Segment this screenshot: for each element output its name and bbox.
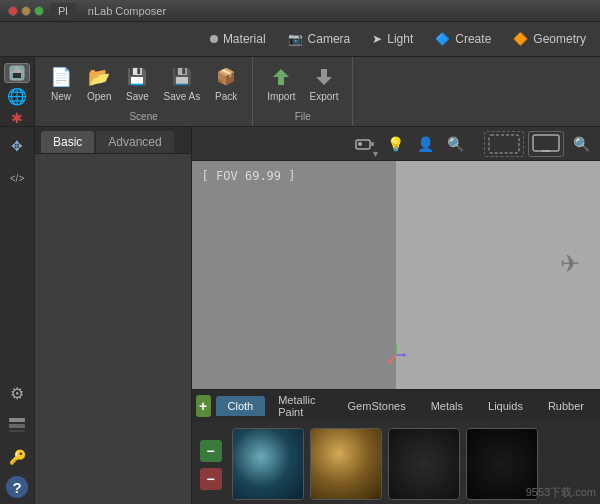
tool-zoom[interactable]: 🔍 xyxy=(568,131,594,157)
left-sidebar: ✥ </> ⚙ 🔑 ? xyxy=(0,127,35,504)
tool-person[interactable]: 👤 xyxy=(412,131,438,157)
create-icon: 🔷 xyxy=(435,32,450,46)
menu-light-label: Light xyxy=(387,32,413,46)
mat-tab-cloth[interactable]: Cloth xyxy=(216,396,266,416)
menu-geometry-label: Geometry xyxy=(533,32,586,46)
svg-marker-18 xyxy=(394,345,398,348)
sidebar-globe-icon[interactable]: 🌐 xyxy=(4,87,30,106)
geometry-icon: 🔶 xyxy=(513,32,528,46)
export-icon xyxy=(312,65,336,89)
toolbar-scene-section: New Open Save Save As Pack Scene xyxy=(35,57,253,126)
main-content: Basic Advanced ▼ 💡 👤 🔍 xyxy=(35,127,600,504)
material-thumb-3[interactable] xyxy=(388,428,460,500)
open-button[interactable]: Open xyxy=(83,62,115,105)
right-area: ▼ 💡 👤 🔍 🔍 [ FOV 69.99 ] xyxy=(192,127,600,504)
mat-tab-rubber[interactable]: Rubber xyxy=(536,396,596,416)
save-button[interactable]: Save xyxy=(121,62,153,105)
pack-label: Pack xyxy=(215,91,237,102)
file-section-label: File xyxy=(295,111,311,122)
sidebar-code-icon[interactable]: </> xyxy=(4,165,30,191)
left-panel: Basic Advanced xyxy=(35,127,192,504)
tab-basic[interactable]: Basic xyxy=(41,131,94,153)
remove-material-button[interactable]: − xyxy=(200,440,222,462)
light-icon: ➤ xyxy=(372,32,382,46)
panel-tabs: Basic Advanced xyxy=(35,127,191,154)
tool-screen[interactable] xyxy=(528,131,564,157)
sidebar-layers-icon[interactable] xyxy=(4,412,30,438)
save-label: Save xyxy=(126,91,149,102)
mat-tab-metals[interactable]: Metals xyxy=(419,396,475,416)
save-as-button[interactable]: Save As xyxy=(159,62,204,105)
saveas-label: Save As xyxy=(163,91,200,102)
svg-marker-4 xyxy=(316,69,332,85)
pack-icon xyxy=(216,67,236,86)
menu-material[interactable]: Material xyxy=(200,28,276,50)
tab-advanced[interactable]: Advanced xyxy=(96,131,173,153)
svg-rect-10 xyxy=(369,142,374,146)
svg-marker-3 xyxy=(273,69,289,85)
svg-marker-17 xyxy=(403,353,406,357)
aircraft-model: ✈ xyxy=(560,250,580,278)
menu-create-label: Create xyxy=(455,32,491,46)
tool-search[interactable]: 🔍 xyxy=(442,131,468,157)
menu-material-label: Material xyxy=(223,32,266,46)
tab-name[interactable]: Pl xyxy=(50,3,76,19)
menu-camera-label: Camera xyxy=(308,32,351,46)
add-material-button[interactable]: + xyxy=(196,395,211,417)
svg-rect-6 xyxy=(9,424,25,428)
delete-material-button[interactable]: − xyxy=(200,468,222,490)
mat-tab-liquids[interactable]: Liquids xyxy=(476,396,535,416)
import-label: Import xyxy=(267,91,295,102)
sidebar-move-icon[interactable]: ✥ xyxy=(4,133,30,159)
toolbar: 🌐 ✱ New Open Save Save As Pack xyxy=(0,57,600,127)
maximize-button[interactable] xyxy=(34,6,44,16)
import-button[interactable]: Import xyxy=(263,62,299,105)
watermark: 9553下载.com xyxy=(526,485,596,500)
tool-pointer[interactable]: ▼ xyxy=(352,131,378,157)
menu-create[interactable]: 🔷 Create xyxy=(425,28,501,50)
tool-frame[interactable] xyxy=(484,131,524,157)
pack-button[interactable]: Pack xyxy=(210,62,242,105)
svg-point-9 xyxy=(358,142,362,146)
sidebar-settings-icon[interactable]: ⚙ xyxy=(4,380,30,406)
menu-geometry[interactable]: 🔶 Geometry xyxy=(503,28,596,50)
export-button[interactable]: Export xyxy=(306,62,343,105)
material-tabs: + Cloth Metallic Paint GemStones Metals … xyxy=(192,390,600,422)
svg-rect-12 xyxy=(533,135,559,151)
camera-icon: 📷 xyxy=(288,32,303,46)
sidebar-help-icon[interactable]: ? xyxy=(6,476,28,498)
tool-bulb[interactable]: 💡 xyxy=(382,131,408,157)
new-button[interactable]: New xyxy=(45,62,77,105)
mat-tab-gemstones[interactable]: GemStones xyxy=(336,396,418,416)
viewport[interactable]: [ FOV 69.99 ] ✈ xyxy=(192,161,600,389)
save-icon xyxy=(127,67,147,86)
layers-icon xyxy=(7,416,27,434)
new-label: New xyxy=(51,91,71,102)
close-button[interactable] xyxy=(8,6,18,16)
saveas-icon xyxy=(172,67,192,86)
axes-indicator xyxy=(381,340,411,373)
material-thumb-2[interactable] xyxy=(310,428,382,500)
svg-rect-11 xyxy=(489,135,519,153)
material-thumb-1[interactable] xyxy=(232,428,304,500)
window-controls xyxy=(8,6,44,16)
svg-rect-7 xyxy=(9,430,25,432)
new-icon xyxy=(50,66,72,88)
export-label: Export xyxy=(310,91,339,102)
sidebar-sparkle-icon[interactable]: ✱ xyxy=(4,110,30,126)
mat-tab-metallic[interactable]: Metallic Paint xyxy=(266,390,334,422)
menu-camera[interactable]: 📷 Camera xyxy=(278,28,361,50)
svg-rect-5 xyxy=(9,418,25,422)
toolbar-file-section: Import Export File xyxy=(253,57,353,126)
title-bar: Pl nLab Composer xyxy=(0,0,600,22)
menu-light[interactable]: ➤ Light xyxy=(362,28,423,50)
minimize-button[interactable] xyxy=(21,6,31,16)
icon-toolbar: ▼ 💡 👤 🔍 🔍 xyxy=(192,127,600,161)
sidebar-key-icon[interactable]: 🔑 xyxy=(4,444,30,470)
sidebar-home-icon[interactable] xyxy=(4,63,30,83)
scene-buttons: New Open Save Save As Pack xyxy=(45,62,242,105)
scene-section-label: Scene xyxy=(129,111,157,122)
import-icon xyxy=(269,65,293,89)
menu-bar: Material 📷 Camera ➤ Light 🔷 Create 🔶 Geo… xyxy=(0,22,600,57)
file-buttons: Import Export xyxy=(263,62,342,105)
